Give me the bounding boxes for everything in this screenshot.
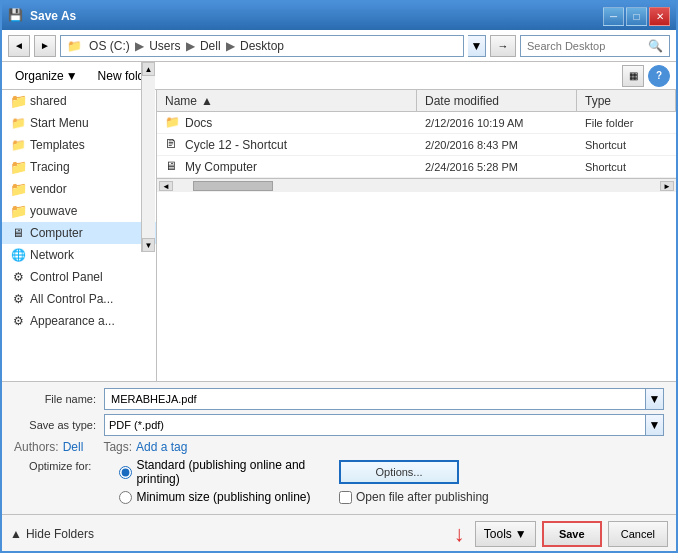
- cancel-button[interactable]: Cancel: [608, 521, 668, 547]
- path-segment-users: Users: [149, 39, 180, 53]
- window-title: Save As: [30, 9, 76, 23]
- optimize-minimum-label: Minimum size (publishing online): [136, 490, 310, 504]
- tools-label: Tools: [484, 527, 512, 541]
- sidebar-item-templates[interactable]: 📁 Templates: [2, 134, 156, 156]
- optimize-minimum-radio[interactable]: [119, 491, 132, 504]
- scrollbar-thumb[interactable]: [193, 181, 273, 191]
- file-list: Name ▲ Date modified Type 📁 Docs 2/12/20…: [157, 90, 676, 381]
- filename-input[interactable]: [104, 388, 646, 410]
- file-row[interactable]: 📁 Docs 2/12/2016 10:19 AM File folder: [157, 112, 676, 134]
- column-type-header[interactable]: Type: [577, 90, 676, 111]
- controlpanel-icon: ⚙: [10, 291, 26, 307]
- address-bar: ◄ ► 📁 OS (C:) ▶ Users ▶ Dell ▶ Desktop ▼…: [2, 30, 676, 62]
- sidebar-item-appearance[interactable]: ⚙ Appearance a...: [2, 310, 156, 332]
- authors-item: Authors: Dell: [14, 440, 83, 454]
- sidebar-item-label: Network: [30, 248, 74, 262]
- authors-label: Authors:: [14, 440, 59, 454]
- file-row[interactable]: 🖥 My Computer 2/24/2016 5:28 PM Shortcut: [157, 156, 676, 178]
- optimize-options-row: Optimize for: Standard (publishing onlin…: [14, 458, 664, 508]
- folder-icon: 📁: [10, 181, 26, 197]
- save-arrow-icon: ↓: [454, 523, 465, 545]
- minimize-button[interactable]: ─: [603, 7, 624, 26]
- save-as-dialog: 💾 Save As ─ □ ✕ ◄ ► 📁 OS (C:) ▶ Users ▶ …: [0, 0, 678, 553]
- optimize-standard-radio[interactable]: [119, 466, 132, 479]
- folder-icon: 📁: [10, 137, 26, 153]
- sidebar-item-network[interactable]: 🌐 Network: [2, 244, 156, 266]
- options-button[interactable]: Options...: [339, 460, 459, 484]
- sidebar-item-vendor[interactable]: 📁 vendor: [2, 178, 156, 200]
- bottom-area: File name: ▼ Save as type: PDF (*.pdf) ▼…: [2, 381, 676, 514]
- optimize-standard-label: Standard (publishing online and printing…: [136, 458, 339, 486]
- computer-icon: 🖥: [10, 225, 26, 241]
- file-name: Docs: [185, 116, 212, 130]
- toolbar: Organize ▼ New folder ▦ ?: [2, 62, 676, 90]
- sort-icon: ▲: [201, 94, 213, 108]
- address-dropdown-button[interactable]: ▼: [468, 35, 486, 57]
- sidebar-scroll-area: 📁 shared 📁 Start Menu 📁 Templates 📁 Trac…: [2, 90, 156, 381]
- tags-value[interactable]: Add a tag: [136, 440, 187, 454]
- title-bar: 💾 Save As ─ □ ✕: [2, 2, 676, 30]
- file-name: Cycle 12 - Shortcut: [185, 138, 287, 152]
- help-button[interactable]: ?: [648, 65, 670, 87]
- file-date-cell: 2/12/2016 10:19 AM: [417, 117, 577, 129]
- optimize-standard-option: Standard (publishing online and printing…: [119, 458, 339, 486]
- sidebar-item-controlpanel[interactable]: ⚙ Control Panel: [2, 266, 156, 288]
- sidebar-item-label: vendor: [30, 182, 67, 196]
- refresh-button[interactable]: →: [490, 35, 516, 57]
- main-area: 📁 shared 📁 Start Menu 📁 Templates 📁 Trac…: [2, 90, 676, 381]
- open-after-checkbox[interactable]: [339, 491, 352, 504]
- nav-forward-button[interactable]: ►: [34, 35, 56, 57]
- column-name-header[interactable]: Name ▲: [157, 90, 417, 111]
- address-path[interactable]: 📁 OS (C:) ▶ Users ▶ Dell ▶ Desktop: [60, 35, 464, 57]
- network-icon: 🌐: [10, 247, 26, 263]
- sidebar-item-label: Control Panel: [30, 270, 103, 284]
- file-list-header: Name ▲ Date modified Type: [157, 90, 676, 112]
- file-type-cell: Shortcut: [577, 161, 676, 173]
- close-button[interactable]: ✕: [649, 7, 670, 26]
- file-date-cell: 2/24/2016 5:28 PM: [417, 161, 577, 173]
- folder-icon: 📁: [10, 203, 26, 219]
- filename-dropdown-arrow[interactable]: ▼: [646, 388, 664, 410]
- scroll-left-button[interactable]: ◄: [159, 181, 173, 191]
- scroll-down-button[interactable]: ▼: [142, 238, 155, 252]
- optimize-radio-group: Standard (publishing online and printing…: [119, 458, 339, 504]
- savetype-dropdown-arrow[interactable]: ▼: [646, 414, 664, 436]
- tools-button[interactable]: Tools ▼: [475, 521, 536, 547]
- file-row[interactable]: 🖹 Cycle 12 - Shortcut 2/20/2016 8:43 PM …: [157, 134, 676, 156]
- sidebar-item-startmenu[interactable]: 📁 Start Menu: [2, 112, 156, 134]
- path-segment-desktop: Desktop: [240, 39, 284, 53]
- savetype-select[interactable]: PDF (*.pdf): [104, 414, 646, 436]
- horizontal-scrollbar[interactable]: ◄ ►: [157, 178, 676, 192]
- toolbar-left: Organize ▼ New folder: [8, 66, 162, 86]
- scroll-right-button[interactable]: ►: [660, 181, 674, 191]
- path-segment-drive: OS (C:): [89, 39, 130, 53]
- title-bar-left: 💾 Save As: [8, 8, 76, 24]
- optimize-label: Optimize for:: [14, 458, 99, 472]
- folder-icon: 📁: [165, 115, 181, 131]
- search-box: 🔍: [520, 35, 670, 57]
- tools-arrow-icon: ▼: [515, 527, 527, 541]
- nav-back-button[interactable]: ◄: [8, 35, 30, 57]
- save-button[interactable]: Save: [542, 521, 602, 547]
- organize-button[interactable]: Organize ▼: [8, 66, 85, 86]
- sidebar-item-allcontrol[interactable]: ⚙ All Control Pa...: [2, 288, 156, 310]
- save-arrow-area: ↓: [454, 523, 465, 545]
- sidebar-item-youwave[interactable]: 📁 youwave: [2, 200, 156, 222]
- view-button[interactable]: ▦: [622, 65, 644, 87]
- column-name-label: Name: [165, 94, 197, 108]
- sidebar-item-label: Start Menu: [30, 116, 89, 130]
- sidebar-item-computer[interactable]: 🖥 Computer: [2, 222, 156, 244]
- action-buttons: ↓ Tools ▼ Save Cancel: [454, 521, 668, 547]
- hide-folders-button[interactable]: ▲ Hide Folders: [10, 527, 94, 541]
- file-type-cell: Shortcut: [577, 139, 676, 151]
- column-date-header[interactable]: Date modified: [417, 90, 577, 111]
- title-bar-controls: ─ □ ✕: [603, 7, 670, 26]
- search-input[interactable]: [527, 40, 648, 52]
- sidebar-item-label: All Control Pa...: [30, 292, 113, 306]
- maximize-button[interactable]: □: [626, 7, 647, 26]
- shortcut-icon: 🖹: [165, 137, 181, 153]
- sidebar-item-shared[interactable]: 📁 shared: [2, 90, 156, 112]
- controlpanel-icon: ⚙: [10, 269, 26, 285]
- sidebar-item-label: Tracing: [30, 160, 70, 174]
- sidebar-item-tracing[interactable]: 📁 Tracing: [2, 156, 156, 178]
